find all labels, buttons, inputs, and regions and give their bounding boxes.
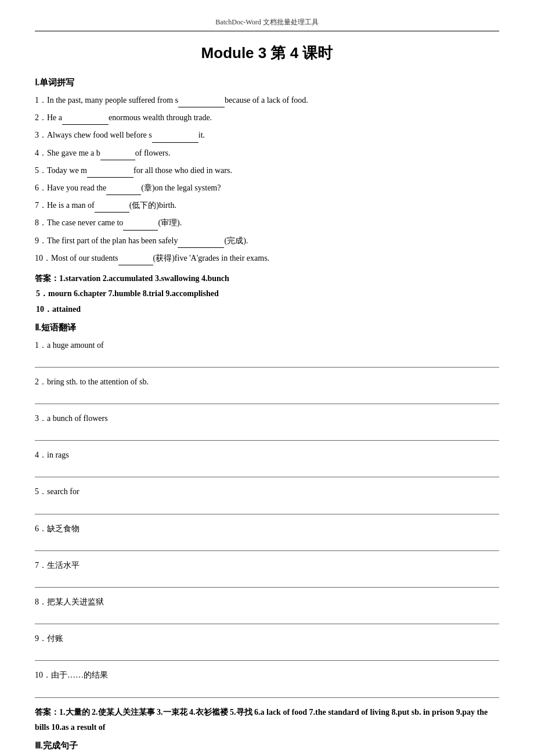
- list-item: 3．Always chew food well before sit.: [35, 128, 499, 142]
- list-item: 10．Most of our students(获得)five 'A'grade…: [35, 251, 499, 265]
- list-item: 7．He is a man of(低下的)birth.: [35, 198, 499, 213]
- section-1-questions: 1．In the past, many people suffered from…: [35, 93, 499, 265]
- answer-label: 答案：: [35, 708, 59, 717]
- answer-line: [35, 648, 499, 661]
- answer-line: [35, 538, 499, 551]
- list-item: 5．Today we mfor all those who died in wa…: [35, 163, 499, 178]
- answer-line: [35, 391, 499, 404]
- blank: [178, 240, 224, 248]
- answer-line: [35, 428, 499, 441]
- list-item: 6．缺乏食物: [35, 521, 499, 536]
- section-1: Ⅰ.单词拼写 1．In the past, many people suffer…: [35, 77, 499, 318]
- section-2-title: Ⅱ.短语翻译: [35, 322, 499, 333]
- list-item: 4．She gave me a bof flowers.: [35, 146, 499, 160]
- list-item: 4．in rags: [35, 448, 499, 462]
- answer-line: [35, 502, 499, 514]
- list-item: 8．把某人关进监狱: [35, 595, 499, 609]
- page-title: Module 3 第 4 课时: [35, 43, 499, 63]
- answer-line: [35, 355, 499, 368]
- header-text: BatchDoc-Word 文档批量处理工具: [215, 18, 318, 26]
- blank: [87, 170, 134, 178]
- list-item: 3．a bunch of flowers: [35, 411, 499, 426]
- blank: [100, 152, 135, 160]
- list-item: 2．He aenormous wealth through trade.: [35, 110, 499, 125]
- list-item: 10．由于……的结果: [35, 668, 499, 682]
- answer-line: [35, 575, 499, 588]
- blank: [152, 135, 199, 143]
- list-item: 8．The case never came to(审理).: [35, 215, 499, 230]
- header-bar: BatchDoc-Word 文档批量处理工具: [35, 17, 499, 31]
- list-item: 7．生活水平: [35, 558, 499, 573]
- list-item: 1．In the past, many people suffered from…: [35, 93, 499, 107]
- answer-line: [35, 465, 499, 477]
- blank: [62, 117, 109, 125]
- list-item: 1．a huge amount of: [35, 338, 499, 352]
- list-item: 5．search for: [35, 484, 499, 499]
- section-1-title: Ⅰ.单词拼写: [35, 77, 499, 88]
- list-item: 9．付账: [35, 631, 499, 646]
- answer-line: [35, 611, 499, 624]
- blank: [95, 204, 129, 213]
- answer-line2: 5．mourn 6.chapter 7.humble 8.trial 9.acc…: [35, 289, 219, 298]
- section-3: Ⅲ.完成句子 1．我哥哥四十好几才结婚。 My brother got marr…: [35, 740, 499, 756]
- answer-label: 答案：: [35, 274, 59, 283]
- section-1-answers: 答案：1.starvation 2.accumulated 3.swallowi…: [35, 271, 499, 318]
- blank: [118, 257, 153, 265]
- list-item: 6．Have you read the(章)on the legal syste…: [35, 181, 499, 195]
- answer-line3: 10．attained: [35, 305, 81, 314]
- blank: [123, 222, 158, 231]
- section-2-answers: 答案：1.大量的 2.使某人关注某事 3.一束花 4.衣衫褴褛 5.寻找 6.a…: [35, 705, 499, 736]
- section-2: Ⅱ.短语翻译 1．a huge amount of 2．bring sth. t…: [35, 322, 499, 736]
- answer-line: [35, 685, 499, 698]
- list-item: 9．The first part of the plan has been sa…: [35, 233, 499, 248]
- blank: [178, 99, 225, 107]
- blank: [106, 187, 141, 195]
- section-3-title: Ⅲ.完成句子: [35, 740, 499, 751]
- list-item: 2．bring sth. to the attention of sb.: [35, 375, 499, 389]
